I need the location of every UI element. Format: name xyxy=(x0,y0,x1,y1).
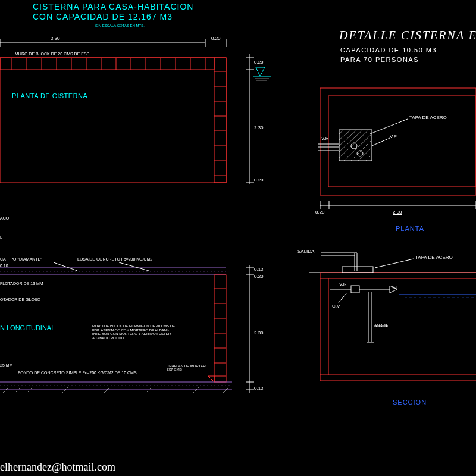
svg-line-98 xyxy=(375,259,414,268)
salida-label: SALIDA xyxy=(298,249,314,254)
vf2-label: V.F xyxy=(392,284,399,290)
cv-label: C.V xyxy=(332,303,340,309)
svg-line-109 xyxy=(338,293,347,303)
footer-email: elhernandez@hotmail.com xyxy=(0,461,115,474)
vrn-label: V.R.N xyxy=(375,322,387,328)
vr2-label: V.R xyxy=(339,281,347,287)
right-section-label: SECCION xyxy=(393,399,427,406)
svg-rect-97 xyxy=(342,267,373,273)
svg-rect-103 xyxy=(351,286,359,293)
tapa2-label: TAPA DE ACERO xyxy=(415,255,453,260)
